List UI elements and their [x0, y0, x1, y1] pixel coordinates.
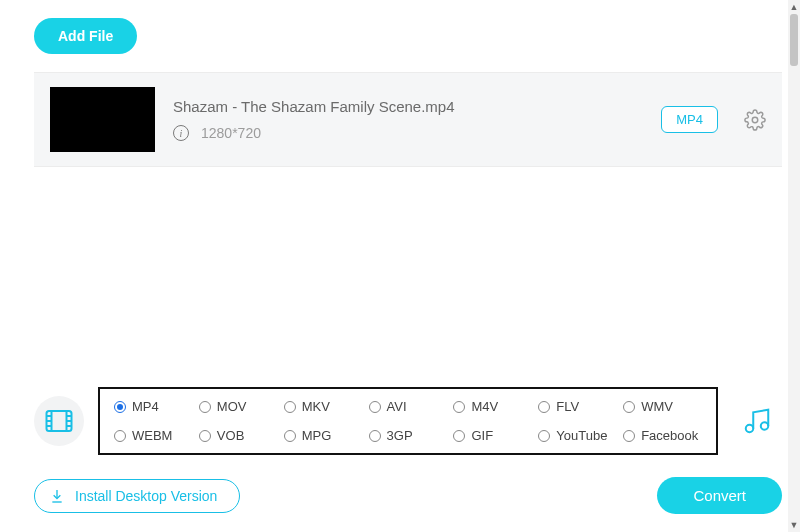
radio-icon	[623, 430, 635, 442]
format-option-mp4[interactable]: MP4	[114, 399, 193, 414]
format-label: FLV	[556, 399, 579, 414]
radio-icon	[623, 401, 635, 413]
format-option-flv[interactable]: FLV	[538, 399, 617, 414]
format-label: WMV	[641, 399, 673, 414]
format-option-avi[interactable]: AVI	[369, 399, 448, 414]
format-label: MOV	[217, 399, 247, 414]
format-option-mkv[interactable]: MKV	[284, 399, 363, 414]
radio-icon	[453, 401, 465, 413]
format-option-mpg[interactable]: MPG	[284, 428, 363, 443]
format-label: MPG	[302, 428, 332, 443]
output-format-button[interactable]: MP4	[661, 106, 718, 133]
format-label: 3GP	[387, 428, 413, 443]
format-option-mov[interactable]: MOV	[199, 399, 278, 414]
info-icon[interactable]: i	[173, 125, 189, 141]
format-option-webm[interactable]: WEBM	[114, 428, 193, 443]
add-file-button[interactable]: Add File	[34, 18, 137, 54]
formats-grid: MP4MOVMKVAVIM4VFLVWMVWEBMVOBMPG3GPGIFYou…	[98, 387, 718, 455]
install-desktop-label: Install Desktop Version	[75, 488, 217, 504]
format-label: AVI	[387, 399, 407, 414]
install-desktop-button[interactable]: Install Desktop Version	[34, 479, 240, 513]
radio-icon	[199, 430, 211, 442]
file-row: Shazam - The Shazam Family Scene.mp4 i 1…	[34, 72, 782, 167]
gear-icon[interactable]	[744, 109, 766, 131]
format-label: VOB	[217, 428, 244, 443]
format-label: GIF	[471, 428, 493, 443]
svg-point-11	[761, 422, 769, 430]
format-option-m4v[interactable]: M4V	[453, 399, 532, 414]
format-label: M4V	[471, 399, 498, 414]
radio-icon	[538, 430, 550, 442]
format-label: YouTube	[556, 428, 607, 443]
scroll-down-arrow-icon[interactable]: ▼	[788, 518, 800, 532]
radio-icon	[114, 430, 126, 442]
format-label: WEBM	[132, 428, 172, 443]
convert-button[interactable]: Convert	[657, 477, 782, 514]
format-label: MP4	[132, 399, 159, 414]
download-icon	[49, 488, 65, 504]
audio-tab-icon[interactable]	[732, 396, 782, 446]
video-tab-icon[interactable]	[34, 396, 84, 446]
svg-point-10	[746, 425, 754, 433]
radio-icon	[369, 401, 381, 413]
format-option-facebook[interactable]: Facebook	[623, 428, 702, 443]
format-option-youtube[interactable]: YouTube	[538, 428, 617, 443]
format-option-wmv[interactable]: WMV	[623, 399, 702, 414]
radio-icon	[199, 401, 211, 413]
format-option-gif[interactable]: GIF	[453, 428, 532, 443]
format-panel: MP4MOVMKVAVIM4VFLVWMVWEBMVOBMPG3GPGIFYou…	[34, 387, 782, 455]
format-label: MKV	[302, 399, 330, 414]
file-name: Shazam - The Shazam Family Scene.mp4	[173, 98, 643, 115]
radio-icon	[284, 430, 296, 442]
radio-icon	[453, 430, 465, 442]
format-option-vob[interactable]: VOB	[199, 428, 278, 443]
format-option-3gp[interactable]: 3GP	[369, 428, 448, 443]
radio-icon	[114, 401, 126, 413]
format-label: Facebook	[641, 428, 698, 443]
file-resolution: 1280*720	[201, 125, 261, 141]
radio-icon	[369, 430, 381, 442]
radio-icon	[538, 401, 550, 413]
svg-point-0	[752, 117, 758, 123]
radio-icon	[284, 401, 296, 413]
video-thumbnail	[50, 87, 155, 152]
file-info: Shazam - The Shazam Family Scene.mp4 i 1…	[173, 98, 643, 141]
